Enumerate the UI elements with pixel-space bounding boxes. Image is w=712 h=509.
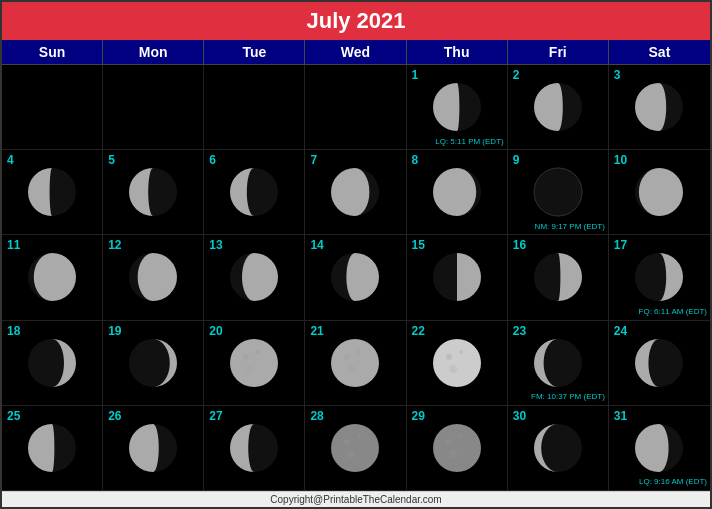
calendar-cell: 14	[305, 235, 406, 320]
svg-point-40	[347, 450, 355, 458]
svg-point-38	[344, 439, 350, 445]
phase-note: LQ: 5:11 PM (EDT)	[435, 137, 503, 147]
phase-note: FM: 10:37 PM (EDT)	[531, 392, 605, 402]
svg-point-21	[243, 354, 249, 360]
calendar-cell: 25	[2, 406, 103, 491]
moon-phase	[633, 81, 685, 133]
svg-point-39	[357, 435, 361, 439]
moon-phase	[532, 166, 584, 218]
day-number: 28	[310, 409, 323, 423]
moon-phase	[633, 251, 685, 303]
calendar-cell: 8	[407, 150, 508, 235]
calendar-cell: 24	[609, 321, 710, 406]
svg-point-25	[344, 354, 350, 360]
day-number: 29	[412, 409, 425, 423]
svg-point-29	[446, 354, 452, 360]
calendar-cell: 22	[407, 321, 508, 406]
moon-phase	[228, 337, 280, 389]
header-thu: Thu	[407, 40, 508, 64]
day-number: 4	[7, 153, 14, 167]
calendar-cell: 29	[407, 406, 508, 491]
header-wed: Wed	[305, 40, 406, 64]
day-number: 8	[412, 153, 419, 167]
calendar-cell: 26	[103, 406, 204, 491]
calendar-cell: 6	[204, 150, 305, 235]
moon-phase	[26, 337, 78, 389]
day-number: 31	[614, 409, 627, 423]
day-number: 6	[209, 153, 216, 167]
day-number: 2	[513, 68, 520, 82]
phase-note: FQ: 6:11 AM (EDT)	[639, 307, 707, 317]
day-number: 12	[108, 238, 121, 252]
calendar-cell: 15	[407, 235, 508, 320]
day-number: 27	[209, 409, 222, 423]
day-number: 20	[209, 324, 222, 338]
moon-phase	[431, 166, 483, 218]
moon-phase	[431, 422, 483, 474]
moon-phase	[127, 337, 179, 389]
header-mon: Mon	[103, 40, 204, 64]
day-number: 23	[513, 324, 526, 338]
calendar-cell: 21	[305, 321, 406, 406]
day-number: 11	[7, 238, 20, 252]
day-number: 25	[7, 409, 20, 423]
calendar-cell: 2	[508, 65, 609, 150]
moon-phase	[26, 422, 78, 474]
calendar-cell: 4	[2, 150, 103, 235]
moon-phase	[633, 422, 685, 474]
calendar-cell: 18	[2, 321, 103, 406]
svg-point-42	[446, 439, 452, 445]
day-number: 13	[209, 238, 222, 252]
calendar-cell: 17 FQ: 6:11 AM (EDT)	[609, 235, 710, 320]
day-number: 9	[513, 153, 520, 167]
calendar-cell: 3	[609, 65, 710, 150]
day-number: 7	[310, 153, 317, 167]
moon-phase	[532, 337, 584, 389]
svg-point-28	[433, 339, 481, 387]
calendar-grid: 1 LQ: 5:11 PM (EDT)2 3 4 5 6 7 8	[2, 65, 710, 491]
phase-note: NM: 9:17 PM (EDT)	[535, 222, 605, 232]
calendar-cell: 19	[103, 321, 204, 406]
svg-point-22	[256, 350, 260, 354]
day-number: 1	[412, 68, 419, 82]
moon-phase	[329, 166, 381, 218]
calendar-cell	[305, 65, 406, 150]
moon-phase	[431, 337, 483, 389]
moon-phase	[532, 81, 584, 133]
header-fri: Fri	[508, 40, 609, 64]
phase-note: LQ: 9:16 AM (EDT)	[639, 477, 707, 487]
moon-phase	[329, 251, 381, 303]
calendar-cell: 12	[103, 235, 204, 320]
calendar-cell: 1 LQ: 5:11 PM (EDT)	[407, 65, 508, 150]
day-number: 22	[412, 324, 425, 338]
svg-point-41	[433, 424, 481, 472]
calendar-cell	[2, 65, 103, 150]
svg-point-31	[449, 365, 457, 373]
calendar-cell: 11	[2, 235, 103, 320]
moon-phase	[228, 422, 280, 474]
svg-point-44	[449, 450, 457, 458]
calendar-cell: 28	[305, 406, 406, 491]
day-number: 26	[108, 409, 121, 423]
moon-phase	[532, 251, 584, 303]
day-number: 19	[108, 324, 121, 338]
footer-copyright: Copyright@PrintableTheCalendar.com	[2, 491, 710, 507]
svg-point-30	[459, 350, 463, 354]
day-number: 14	[310, 238, 323, 252]
svg-point-37	[331, 424, 379, 472]
calendar-cell: 13	[204, 235, 305, 320]
day-number: 3	[614, 68, 621, 82]
moon-phase	[127, 422, 179, 474]
calendar-cell: 30	[508, 406, 609, 491]
moon-phase	[329, 337, 381, 389]
svg-point-27	[347, 365, 355, 373]
moon-phase	[127, 166, 179, 218]
moon-phase	[633, 166, 685, 218]
calendar-cell: 20	[204, 321, 305, 406]
moon-phase	[329, 422, 381, 474]
day-number: 30	[513, 409, 526, 423]
calendar-cell: 7	[305, 150, 406, 235]
header-sat: Sat	[609, 40, 710, 64]
header-sun: Sun	[2, 40, 103, 64]
day-number: 16	[513, 238, 526, 252]
